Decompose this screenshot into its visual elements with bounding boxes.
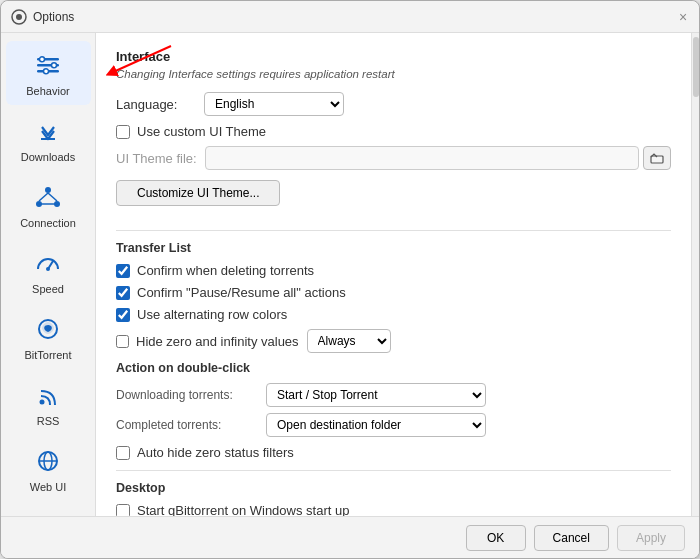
hide-zero-row: Hide zero and infinity values Always Nev… [116,329,671,353]
downloading-label: Downloading torrents: [116,388,266,402]
alt-row-colors-label: Use alternating row colors [137,307,287,322]
sidebar-label-rss: RSS [37,415,60,427]
scrollbar[interactable] [691,33,699,516]
customize-theme-button[interactable]: Customize UI Theme... [116,180,280,206]
behavior-icon [32,49,64,81]
confirm-delete-checkbox[interactable] [116,264,130,278]
confirm-delete-row: Confirm when deleting torrents [116,263,671,278]
sidebar-item-rss[interactable]: RSS [6,371,91,435]
svg-point-8 [52,63,57,68]
svg-point-18 [46,267,50,271]
language-label: Language: [116,97,196,112]
svg-point-11 [45,187,51,193]
downloading-select[interactable]: Start / Stop Torrent Open destination fo… [266,383,486,407]
svg-point-20 [40,400,45,405]
close-button[interactable]: × [677,11,689,23]
use-custom-theme-row: Use custom UI Theme [116,124,671,139]
use-custom-theme-label: Use custom UI Theme [137,124,266,139]
divider-2 [116,470,671,471]
auto-hide-row: Auto hide zero status filters [116,445,671,460]
confirm-pause-label: Confirm "Pause/Resume all" actions [137,285,346,300]
downloading-row: Downloading torrents: Start / Stop Torre… [116,383,671,407]
start-on-boot-label: Start qBittorrent on Windows start up [137,503,349,516]
options-window: Options × [0,0,700,559]
confirm-pause-row: Confirm "Pause/Resume all" actions [116,285,671,300]
sidebar-item-connection[interactable]: Connection [6,173,91,237]
alt-row-colors-checkbox[interactable] [116,308,130,322]
completed-row: Completed torrents: Open destination fol… [116,413,671,437]
completed-label: Completed torrents: [116,418,266,432]
language-select[interactable]: English French German [204,92,344,116]
cancel-button[interactable]: Cancel [534,525,609,551]
hide-zero-select[interactable]: Always Never On hover [307,329,391,353]
theme-file-label: UI Theme file: [116,151,197,166]
sidebar-item-webui[interactable]: Web UI [6,437,91,501]
svg-line-14 [39,193,48,201]
desktop-title: Desktop [116,481,671,495]
completed-select[interactable]: Open destination folder Start / Stop Tor… [266,413,486,437]
window-title: Options [33,10,677,24]
interface-section-title: Interface [116,49,671,64]
bittorrent-icon [32,313,64,345]
hide-zero-label: Hide zero and infinity values [136,334,299,349]
scrollbar-thumb [693,37,699,97]
confirm-pause-checkbox[interactable] [116,286,130,300]
window-icon [11,9,27,25]
auto-hide-checkbox[interactable] [116,446,130,460]
transfer-list-title: Transfer List [116,241,671,255]
sidebar-label-speed: Speed [32,283,64,295]
start-on-boot-checkbox[interactable] [116,504,130,517]
theme-file-row: UI Theme file: [116,146,671,170]
content-area: Behavior Downloads [1,33,699,516]
svg-rect-25 [651,156,663,163]
sidebar-item-advanced[interactable]: Advanced [6,503,91,516]
svg-line-15 [48,193,57,201]
webui-icon [32,445,64,477]
apply-button[interactable]: Apply [617,525,685,551]
alt-row-colors-row: Use alternating row colors [116,307,671,322]
sidebar-label-downloads: Downloads [21,151,75,163]
main-panel: Interface Changing Interface settings re… [96,33,691,516]
svg-point-1 [16,14,22,20]
svg-point-9 [44,69,49,74]
start-on-boot-row: Start qBittorrent on Windows start up [116,503,671,516]
rss-icon [32,379,64,411]
main-with-scroll: Interface Changing Interface settings re… [96,33,699,516]
hide-zero-checkbox[interactable] [116,335,129,348]
theme-file-browse-button[interactable] [643,146,671,170]
sidebar-label-bittorrent: BitTorrent [24,349,71,361]
sidebar-item-speed[interactable]: Speed [6,239,91,303]
use-custom-theme-checkbox[interactable] [116,125,130,139]
sidebar: Behavior Downloads [1,33,96,516]
auto-hide-label: Auto hide zero status filters [137,445,294,460]
sidebar-item-behavior[interactable]: Behavior [6,41,91,105]
sidebar-item-downloads[interactable]: Downloads [6,107,91,171]
ok-button[interactable]: OK [466,525,526,551]
double-click-title: Action on double-click [116,361,671,375]
bottom-bar: OK Cancel Apply [1,516,699,558]
sidebar-item-bittorrent[interactable]: BitTorrent [6,305,91,369]
confirm-delete-label: Confirm when deleting torrents [137,263,314,278]
theme-file-input[interactable] [205,146,639,170]
language-row: Language: English French German [116,92,671,116]
sidebar-label-webui: Web UI [30,481,66,493]
downloads-icon [32,115,64,147]
advanced-icon [32,511,64,516]
title-bar: Options × [1,1,699,33]
interface-note: Changing Interface settings requires app… [116,68,671,80]
speed-icon [32,247,64,279]
connection-icon [32,181,64,213]
svg-point-7 [40,57,45,62]
divider-1 [116,230,671,231]
sidebar-label-connection: Connection [20,217,76,229]
sidebar-label-behavior: Behavior [26,85,69,97]
